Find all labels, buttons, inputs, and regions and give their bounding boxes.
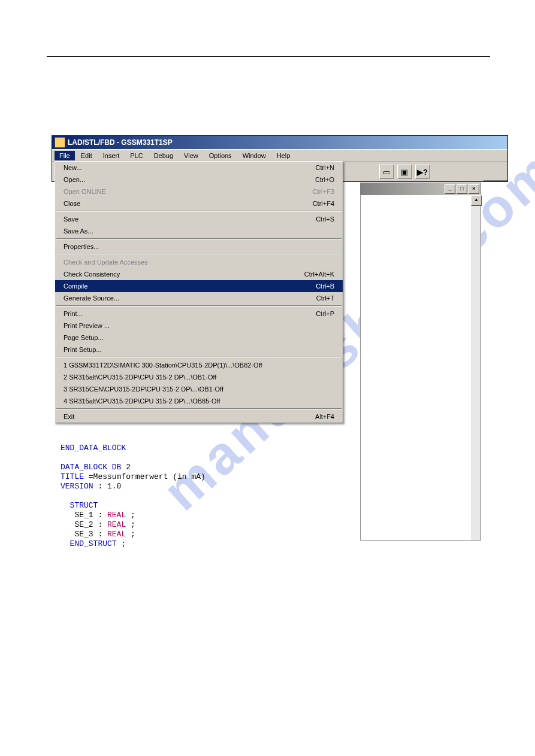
menu-item-label: Save As... [64,227,93,235]
menu-debug[interactable]: Debug [149,151,178,160]
file-menu-item[interactable]: 3 SR315CEN\CPU315-2DP\CPU 315-2 DP\...\O… [55,383,343,395]
file-menu-item: Open ONLINECtrl+F3 [55,186,343,198]
page-divider [47,56,490,57]
code-line: STRUCT [61,501,396,511]
file-menu-dropdown: New...Ctrl+NOpen...Ctrl+OOpen ONLINECtrl… [55,161,343,423]
menu-separator [56,305,341,306]
file-menu-item[interactable]: Print Setup... [55,344,343,356]
menu-item-shortcut: Ctrl+F3 [313,188,334,195]
code-line: SE_3 : REAL ; [61,530,396,539]
file-menu-item[interactable]: CloseCtrl+F4 [55,198,343,210]
app-icon [55,137,65,148]
menu-item-label: Print... [64,310,83,317]
menu-item-label: 4 SR315alt\CPU315-2DP\CPU 315-2 DP\...\O… [64,397,220,405]
file-menu-item[interactable]: 4 SR315alt\CPU315-2DP\CPU 315-2 DP\...\O… [55,395,343,407]
code-line: VERSION : 1.0 [61,482,396,491]
menu-item-label: Check Consistency [64,271,120,278]
file-menu-item[interactable]: CompileCtrl+B [55,280,343,292]
menu-item-shortcut: Ctrl+O [315,176,334,183]
file-menu-item[interactable]: Properties... [55,241,343,253]
menu-item-label: Exit [64,413,74,420]
menu-separator [56,254,341,255]
menu-item-label: Compile [64,283,87,290]
titlebar: LAD/STL/FBD - GSSM331T1SP [52,136,507,149]
toolbar-help-icon[interactable]: ▶? [415,165,430,179]
code-line [61,453,396,463]
document-titlebar: _ □ × [361,183,480,195]
menu-separator [56,211,341,212]
scrollbar[interactable]: ▲ [471,195,480,540]
file-menu-item[interactable]: ExitAlt+F4 [55,411,343,423]
menu-item-shortcut: Ctrl+S [316,215,334,223]
mdi-gutter [483,180,507,181]
menu-window[interactable]: Window [238,151,271,160]
scroll-up-button[interactable]: ▲ [471,195,482,206]
menu-file[interactable]: File [55,151,75,160]
menu-item-label: 3 SR315CEN\CPU315-2DP\CPU 315-2 DP\...\O… [64,385,223,393]
menu-separator [56,357,341,358]
menu-item-label: Page Setup... [64,334,104,341]
menu-item-label: 2 SR315alt\CPU315-2DP\CPU 315-2 DP\...\O… [64,374,216,381]
code-line [61,491,396,501]
file-menu-item[interactable]: Print Preview ... [55,320,343,332]
file-menu-item[interactable]: 2 SR315alt\CPU315-2DP\CPU 315-2 DP\...\O… [55,371,343,383]
menu-insert[interactable]: Insert [98,151,125,160]
minimize-button[interactable]: _ [445,184,455,194]
file-menu-item[interactable]: Print...Ctrl+P [55,308,343,320]
menu-edit[interactable]: Edit [76,151,97,160]
menu-item-label: Print Preview ... [64,322,110,329]
menu-help[interactable]: Help [272,151,295,160]
menu-view[interactable]: View [179,151,203,160]
menu-item-label: New... [64,164,82,171]
file-menu-item[interactable]: Generate Source...Ctrl+T [55,292,343,304]
menu-item-label: Close [64,200,80,207]
menu-item-shortcut: Ctrl+Alt+K [304,271,334,278]
menu-item-label: Generate Source... [64,294,119,302]
code-line: END_STRUCT ; [61,539,396,549]
window-title: LAD/STL/FBD - GSSM331T1SP [68,138,173,147]
menu-item-label: Open... [64,176,85,183]
menu-item-shortcut: Ctrl+T [316,294,334,302]
code-line: DATA_BLOCK DB 2 [61,463,396,472]
menu-item-label: Open ONLINE [64,188,106,195]
code-line: END_DATA_BLOCK [61,444,396,453]
file-menu-item[interactable]: New...Ctrl+N [55,162,343,174]
file-menu-item[interactable]: 1 GSSM331T2D\SIMATIC 300-Station\CPU315-… [55,359,343,371]
menu-item-label: Check and Update Accesses [64,259,148,266]
menu-item-label: Print Setup... [64,346,102,353]
file-menu-item[interactable]: Check ConsistencyCtrl+Alt+K [55,268,343,280]
maximize-button[interactable]: □ [457,184,467,194]
menu-options[interactable]: Options [204,151,237,160]
code-line: SE_2 : REAL ; [61,520,396,530]
file-menu-item[interactable]: Open...Ctrl+O [55,174,343,186]
close-button[interactable]: × [468,184,479,194]
menu-separator [56,238,341,239]
menu-item-label: 1 GSSM331T2D\SIMATIC 300-Station\CPU315-… [64,362,262,369]
code-line: SE_1 : REAL ; [61,511,396,520]
menu-item-shortcut: Ctrl+N [316,164,334,171]
app-window: LAD/STL/FBD - GSSM331T1SP File Edit Inse… [52,135,508,182]
menu-item-label: Save [64,215,78,223]
file-menu-item[interactable]: Page Setup... [55,332,343,344]
menu-plc[interactable]: PLC [125,151,147,160]
file-menu-item[interactable]: Save As... [55,225,343,237]
code-line: TITLE =Messumformerwert (in mA) [61,472,396,482]
menu-item-shortcut: Ctrl+B [316,283,334,290]
menu-item-shortcut: Alt+F4 [315,413,334,420]
code-area: END_DATA_BLOCK DATA_BLOCK DB 2TITLE =Mes… [61,444,396,549]
menu-item-shortcut: Ctrl+F4 [313,200,334,207]
file-menu-item[interactable]: SaveCtrl+S [55,213,343,225]
file-menu-item: Check and Update Accesses [55,256,343,268]
menu-item-shortcut: Ctrl+P [316,310,334,317]
menu-separator [56,408,341,409]
menubar: File Edit Insert PLC Debug View Options … [52,149,507,162]
toolbar-window2-icon[interactable]: ▣ [397,165,412,179]
toolbar-window1-icon[interactable]: ▭ [379,165,394,179]
menu-item-label: Properties... [64,243,99,250]
